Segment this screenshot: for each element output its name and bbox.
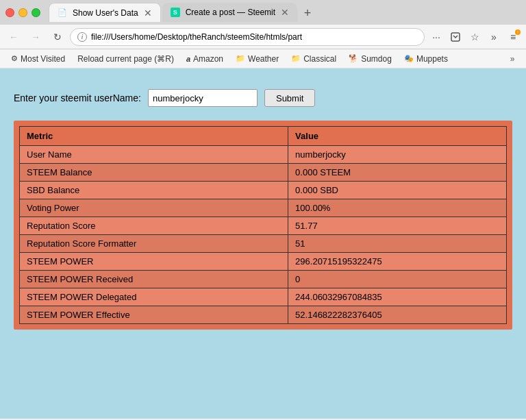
value-cell: 0.000 SBD — [288, 182, 507, 199]
value-cell: 52.146822282376405 — [288, 306, 507, 324]
tab1-label: Show User's Data — [73, 8, 138, 18]
bookmark-sumdog[interactable]: 🐕 Sumdog — [343, 53, 397, 65]
value-cell: 100.00% — [288, 199, 507, 217]
metric-cell: User Name — [20, 146, 288, 164]
table-row: SBD Balance0.000 SBD — [20, 182, 507, 199]
table-row: Reputation Score Formatter51 — [20, 235, 507, 253]
bookmark-classical[interactable]: 📁 Classical — [286, 53, 342, 65]
refresh-button[interactable]: ↻ — [48, 27, 67, 47]
form-section: Enter your steemit userName: Submit — [14, 82, 512, 121]
nav-icons: ··· ☆ » ≡ ! — [427, 28, 522, 46]
value-cell: 244.06032967084835 — [288, 288, 507, 306]
tab1-close-icon[interactable]: ✕ — [144, 8, 152, 18]
value-cell: 0.000 STEEM — [288, 164, 507, 182]
most-visited-icon: ⚙ — [11, 54, 18, 63]
overflow-button[interactable]: » — [485, 28, 503, 46]
classical-icon: 📁 — [291, 54, 301, 63]
bookmark-muppets[interactable]: 🎭 Muppets — [399, 53, 453, 65]
pocket-button[interactable] — [447, 28, 464, 46]
table-row: Voting Power100.00% — [20, 199, 507, 217]
value-cell: 296.20715195322475 — [288, 253, 507, 271]
table-row: STEEM POWER296.20715195322475 — [20, 253, 507, 271]
metric-cell: Voting Power — [20, 199, 288, 217]
muppets-label: Muppets — [416, 54, 448, 64]
metric-cell: Reputation Score — [20, 217, 288, 235]
bookmark-most-visited[interactable]: ⚙ Most Visited — [5, 53, 71, 65]
metric-cell: STEEM POWER — [20, 253, 288, 271]
col-header-metric: Metric — [20, 127, 288, 146]
bookmark-star-button[interactable]: ☆ — [466, 28, 484, 46]
value-cell: 0 — [288, 271, 507, 288]
more-options-button[interactable]: ··· — [427, 28, 445, 46]
forward-button[interactable]: → — [26, 27, 45, 47]
menu-button[interactable]: ≡ ! — [504, 28, 522, 46]
submit-button[interactable]: Submit — [264, 89, 315, 107]
metric-cell: STEEM POWER Delegated — [20, 288, 288, 306]
table-row: STEEM POWER Delegated244.06032967084835 — [20, 288, 507, 306]
back-button[interactable]: ← — [4, 27, 23, 47]
col-header-value: Value — [288, 127, 507, 146]
bookmark-amazon[interactable]: a Amazon — [181, 53, 229, 65]
metric-cell: Reputation Score Formatter — [20, 235, 288, 253]
table-row: User Namenumberjocky — [20, 146, 507, 164]
tab1-favicon: 📄 — [58, 8, 67, 17]
reload-label: Reload current page (⌘R) — [77, 54, 174, 64]
table-row: STEEM Balance0.000 STEEM — [20, 164, 507, 182]
address-input[interactable] — [91, 32, 417, 42]
metric-cell: STEEM Balance — [20, 164, 288, 182]
page-content: Enter your steemit userName: Submit Metr… — [0, 69, 526, 419]
table-row: Reputation Score51.77 — [20, 217, 507, 235]
minimize-button[interactable] — [18, 8, 27, 17]
username-label: Enter your steemit userName: — [14, 92, 141, 103]
value-cell: 51.77 — [288, 217, 507, 235]
tab-create-post[interactable]: S Create a post — Steemit ✕ — [162, 3, 297, 22]
tab2-favicon: S — [171, 8, 180, 17]
table-row: STEEM POWER Received0 — [20, 271, 507, 288]
bookmark-weather[interactable]: 📁 Weather — [230, 53, 284, 65]
nav-bar: ← → ↻ i ··· ☆ » ≡ ! — [0, 25, 526, 49]
data-table: Metric Value User NamenumberjockySTEEM B… — [19, 126, 507, 324]
tab-bar: 📄 Show User's Data ✕ S Create a post — S… — [49, 3, 521, 22]
username-input[interactable] — [148, 89, 258, 107]
weather-label: Weather — [248, 54, 279, 64]
muppets-icon: 🎭 — [404, 54, 414, 63]
amazon-label: Amazon — [193, 54, 223, 64]
maximize-button[interactable] — [32, 8, 40, 17]
bookmarks-bar: ⚙ Most Visited Reload current page (⌘R) … — [0, 49, 526, 69]
table-row: STEEM POWER Effective52.146822282376405 — [20, 306, 507, 324]
metric-cell: STEEM POWER Effective — [20, 306, 288, 324]
tab-show-users-data[interactable]: 📄 Show User's Data ✕ — [49, 3, 161, 22]
close-button[interactable] — [5, 8, 14, 17]
tab2-label: Create a post — Steemit — [186, 8, 275, 17]
bookmark-reload[interactable]: Reload current page (⌘R) — [72, 53, 179, 65]
sumdog-label: Sumdog — [361, 54, 392, 64]
new-tab-button[interactable]: + — [299, 4, 316, 22]
security-info-icon[interactable]: i — [77, 32, 87, 42]
most-visited-label: Most Visited — [21, 54, 65, 64]
browser-chrome: 📄 Show User's Data ✕ S Create a post — S… — [0, 0, 526, 419]
sumdog-icon: 🐕 — [349, 54, 358, 63]
page-inner: Enter your steemit userName: Submit Metr… — [0, 69, 526, 419]
data-table-container: Metric Value User NamenumberjockySTEEM B… — [14, 121, 512, 330]
notification-badge: ! — [515, 29, 521, 35]
weather-icon: 📁 — [236, 54, 245, 63]
address-bar[interactable]: i — [70, 28, 425, 46]
title-bar: 📄 Show User's Data ✕ S Create a post — S… — [0, 0, 526, 25]
amazon-icon: a — [186, 55, 190, 63]
metric-cell: STEEM POWER Received — [20, 271, 288, 288]
bookmarks-overflow-button[interactable]: » — [504, 51, 521, 67]
classical-label: Classical — [303, 54, 336, 64]
value-cell: 51 — [288, 235, 507, 253]
tab2-close-icon[interactable]: ✕ — [281, 8, 289, 17]
value-cell: numberjocky — [288, 146, 507, 164]
traffic-lights — [5, 8, 40, 17]
metric-cell: SBD Balance — [20, 182, 288, 199]
